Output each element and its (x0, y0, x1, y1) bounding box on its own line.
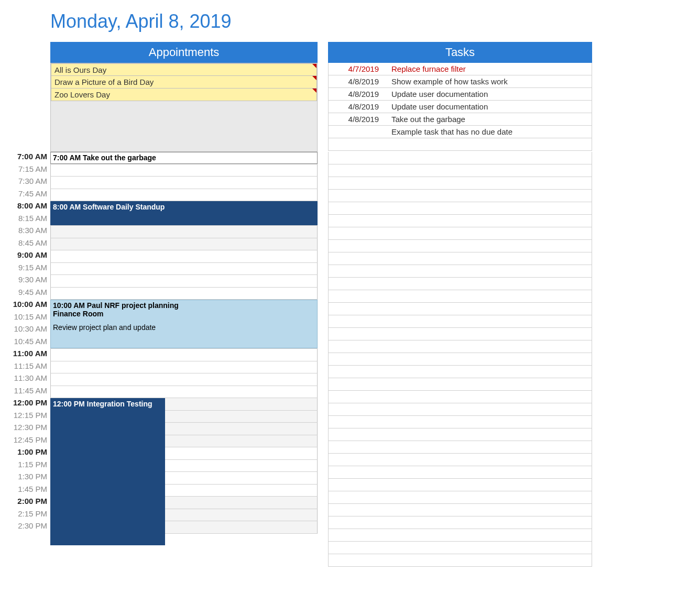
task-empty-row (329, 278, 592, 290)
task-empty-row (329, 265, 592, 278)
task-empty-row (329, 190, 592, 202)
tasks-header: Tasks (328, 42, 592, 63)
task-date: 4/8/2019 (329, 90, 391, 98)
time-label: 2:15 PM (0, 509, 50, 522)
appointment-grid[interactable]: 7:00 AM Take out the garbage8:00 AM Soft… (50, 152, 318, 567)
task-empty-row (329, 202, 592, 215)
task-empty-row (329, 504, 592, 516)
task-row[interactable]: 4/7/2019Replace furnace filter (329, 63, 592, 75)
task-empty-row (329, 164, 592, 177)
time-slot[interactable] (50, 361, 318, 374)
task-row[interactable]: 4/8/2019Take out the garbage (329, 113, 592, 126)
time-label: 2:30 PM (0, 521, 50, 534)
allday-event[interactable]: Zoo Lovers Day (51, 89, 317, 101)
allday-area[interactable]: All is Ours DayDraw a Picture of a Bird … (50, 63, 318, 152)
time-label: 12:30 PM (0, 423, 50, 435)
time-label: 1:45 PM (0, 485, 50, 497)
task-empty-row (329, 529, 592, 542)
time-label: 8:45 AM (0, 238, 50, 251)
time-label: 8:30 AM (0, 226, 50, 238)
time-slot[interactable] (50, 275, 318, 288)
task-empty-row (329, 554, 592, 567)
task-row[interactable]: 4/8/2019Show example of how tasks work (329, 75, 592, 88)
appointment-event[interactable]: 8:00 AM Software Daily Standup (50, 201, 318, 225)
time-label: 12:45 PM (0, 435, 50, 448)
task-empty-row (329, 441, 592, 454)
task-empty-row (329, 491, 592, 504)
time-label: 12:15 PM (0, 411, 50, 423)
time-label: 8:15 AM (0, 214, 50, 226)
time-label: 11:15 AM (0, 361, 50, 374)
time-label: 10:15 AM (0, 312, 50, 325)
task-date: 4/7/2019 (329, 64, 391, 73)
task-empty-row (329, 340, 592, 353)
task-empty-row (329, 303, 592, 315)
event-title: 12:00 PM Integration Testing (53, 400, 162, 408)
time-slot[interactable] (50, 288, 318, 300)
task-empty-row (329, 227, 592, 240)
time-gutter-header (0, 42, 50, 63)
task-date: 4/8/2019 (329, 77, 391, 86)
task-empty-row (329, 215, 592, 227)
page-title: Monday, April 8, 2019 (0, 0, 677, 42)
event-title: 10:00 AM Paul NRF project planning (53, 301, 315, 310)
task-empty-row (329, 353, 592, 366)
time-label: 10:45 AM (0, 337, 50, 349)
time-label: 1:30 PM (0, 472, 50, 485)
task-empty-row (329, 240, 592, 252)
event-title: 7:00 AM Take out the garbage (53, 153, 315, 162)
task-empty-row (329, 328, 592, 340)
time-label: 7:30 AM (0, 177, 50, 189)
task-empty-row (329, 378, 592, 391)
allday-event[interactable]: Draw a Picture of a Bird Day (51, 76, 317, 89)
time-label: 7:15 AM (0, 164, 50, 177)
time-label: 9:30 AM (0, 275, 50, 288)
task-row[interactable]: 4/8/2019Update user documentation (329, 88, 592, 101)
appointment-event[interactable]: 7:00 AM Take out the garbage (50, 152, 318, 164)
allday-gutter (0, 63, 50, 152)
time-label: 8:00 AM (0, 201, 50, 214)
task-row[interactable]: 4/8/2019Update user documentation (329, 101, 592, 113)
task-date: 4/8/2019 (329, 102, 391, 111)
task-text: Take out the garbage (391, 115, 592, 124)
time-label: 7:45 AM (0, 189, 50, 202)
event-location: Finance Room (53, 310, 315, 318)
time-slot[interactable] (50, 226, 318, 238)
tasks-list[interactable]: 4/7/2019Replace furnace filter4/8/2019Sh… (328, 63, 592, 151)
time-label: 12:00 PM (0, 398, 50, 411)
time-slot[interactable] (50, 263, 318, 276)
task-empty-row (329, 391, 592, 403)
task-text: Update user documentation (391, 90, 592, 98)
allday-event[interactable]: All is Ours Day (51, 63, 317, 76)
appointment-event[interactable]: 10:00 AM Paul NRF project planningFinanc… (50, 300, 318, 348)
time-slot[interactable] (50, 189, 318, 202)
event-title: 8:00 AM Software Daily Standup (53, 203, 315, 211)
time-label: 9:45 AM (0, 288, 50, 300)
time-labels: 7:00 AM7:15 AM7:30 AM7:45 AM8:00 AM8:15 … (0, 152, 50, 567)
event-description: Review project plan and update (53, 323, 315, 332)
task-empty-row (329, 542, 592, 554)
time-label: 11:30 AM (0, 373, 50, 386)
appointments-header: Appointments (50, 42, 318, 63)
time-label: 1:15 PM (0, 460, 50, 472)
task-empty-row (329, 403, 592, 416)
appointment-event[interactable]: 12:00 PM Integration Testing (50, 398, 165, 545)
task-text: Update user documentation (391, 102, 592, 111)
time-slot[interactable] (50, 373, 318, 386)
time-label: 11:00 AM (0, 349, 50, 361)
time-slot[interactable] (50, 177, 318, 189)
time-slot[interactable] (50, 238, 318, 251)
time-label: 11:45 AM (0, 386, 50, 399)
time-slot[interactable] (50, 349, 318, 361)
task-row[interactable]: Example task that has no due date (329, 126, 592, 138)
task-text: Replace furnace filter (391, 64, 592, 73)
time-label: 7:00 AM (0, 152, 50, 164)
time-slot[interactable] (50, 164, 318, 177)
time-slot[interactable] (50, 386, 318, 399)
task-empty-row (329, 138, 592, 151)
tasks-list-extra (328, 152, 592, 567)
time-slot[interactable] (50, 250, 318, 263)
task-empty-row (329, 252, 592, 265)
time-label: 9:00 AM (0, 250, 50, 263)
task-empty-row (329, 416, 592, 428)
